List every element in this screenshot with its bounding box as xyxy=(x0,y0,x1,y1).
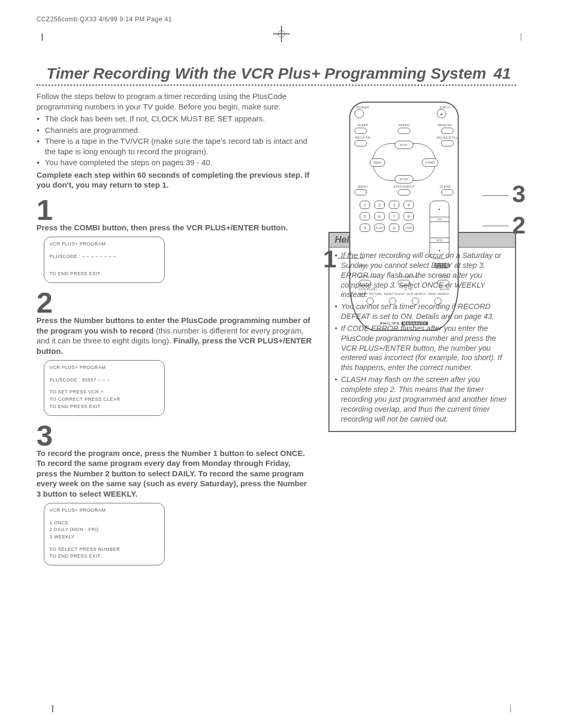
rec-button-icon xyxy=(354,140,367,146)
prereq-item: The clock has been set. If not, CLOCK MU… xyxy=(36,114,313,124)
hint-item: If the timer recording will occur on a S… xyxy=(335,251,510,300)
speed-button-icon xyxy=(398,128,410,134)
callout-line xyxy=(483,195,509,196)
num-0-button: 0 xyxy=(389,224,399,232)
plus100-button: +100 xyxy=(403,224,414,232)
intro-paragraph: Follow the steps below to program a time… xyxy=(36,91,313,112)
screen-line: PLUSCODE : 95557 – – – xyxy=(50,377,159,384)
page-title: Timer Recording With the VCR Plus+ Progr… xyxy=(46,65,486,82)
stop-button-icon: STOP xyxy=(395,175,413,183)
num-9-button: 9 xyxy=(360,224,370,232)
prereq-item: Channels are programmed. xyxy=(36,125,313,135)
tv-screen-display: VCR PLUS+ PROGRAM 1 ONCE 2 DAILY (MON - … xyxy=(44,503,165,565)
hint-item: You cannot set a timer recording if RECO… xyxy=(335,302,510,322)
remote-label: PAUSE/STILL xyxy=(437,136,454,139)
title-divider xyxy=(36,84,516,86)
helpful-hints-box: Helpful Hints If the timer recording wil… xyxy=(328,232,516,432)
callout-3: 3 xyxy=(512,180,525,208)
menu-button-icon xyxy=(354,189,367,195)
num-8-button: 8 xyxy=(403,212,414,220)
screen-line: TO END PRESS EXIT xyxy=(50,553,159,560)
play-ring: PLAY REW F.FWD STOP xyxy=(372,143,436,181)
remote-label: POWER xyxy=(354,106,371,109)
screen-line: TO SELECT PRESS NUMBER xyxy=(50,547,159,553)
page-number: 41 xyxy=(494,65,511,82)
intro-warning: Complete each step within 60 seconds of … xyxy=(36,170,313,190)
number-keypad: 1 2 3 4 5 6 7 8 9 A.CH 0 +100 xyxy=(360,201,417,232)
screen-line: PLUSCODE : – – – – – – – – xyxy=(50,254,159,260)
tv-screen-display: VCR PLUS+ PROGRAM PLUSCODE : – – – – – –… xyxy=(44,237,165,283)
num-3-button: 3 xyxy=(389,201,399,209)
remote-label: CLEAR xyxy=(437,185,454,188)
step-text: Press the Number buttons to enter the Pl… xyxy=(36,315,313,356)
screen-line: 1 ONCE xyxy=(50,520,159,526)
num-2-button: 2 xyxy=(374,201,385,209)
status-button-icon xyxy=(398,189,410,195)
screen-line: TO CORRECT PRESS CLEAR xyxy=(50,397,159,403)
num-1-button: 1 xyxy=(360,201,370,209)
num-4-button: 4 xyxy=(403,201,414,209)
ffwd-button-icon: F.FWD xyxy=(422,158,438,167)
screen-line: VCR PLUS+ PROGRAM xyxy=(50,241,159,248)
prereq-list: The clock has been set. If not, CLOCK MU… xyxy=(36,114,313,168)
num-6-button: 6 xyxy=(374,212,385,220)
remote-label: EJECT xyxy=(437,106,454,109)
ch-label: CH xyxy=(430,217,449,222)
remote-label: MEMORY xyxy=(437,124,454,127)
num-5-button: 5 xyxy=(360,212,370,220)
hint-item: If CODE ERROR flashes after you enter th… xyxy=(335,324,510,373)
remote-label: SLEEP xyxy=(354,124,371,127)
screen-line: VCR PLUS+ PROGRAM xyxy=(50,365,159,371)
hint-item: CLASH may flash on the screen after you … xyxy=(335,375,510,424)
pause-button-icon xyxy=(441,140,454,146)
play-button-icon: PLAY xyxy=(395,141,413,149)
remote-label: REC/OTR xyxy=(354,136,371,139)
step-number: 1 xyxy=(36,195,313,225)
step-number: 3 xyxy=(36,421,313,450)
eject-button-icon: ⏏ xyxy=(437,109,446,118)
ach-button: A.CH xyxy=(374,224,385,232)
step-text: To record the program once, press the Nu… xyxy=(36,448,313,499)
num-7-button: 7 xyxy=(389,212,399,220)
rew-button-icon: REW xyxy=(370,158,385,167)
memory-button-icon xyxy=(441,128,454,134)
screen-line: 2 DAILY (MON - FRI) xyxy=(50,527,159,533)
vol-label: VOL xyxy=(430,238,449,243)
sleep-button-icon xyxy=(354,128,367,134)
remote-label: MENU xyxy=(354,185,371,188)
tv-screen-display: VCR PLUS+ PROGRAM PLUSCODE : 95557 – – –… xyxy=(44,360,165,415)
step-bold: Press the COMBI button, then press the V… xyxy=(36,223,288,232)
crop-mark xyxy=(510,705,511,712)
screen-line: VCR PLUS+ PROGRAM xyxy=(50,508,159,514)
step-bold: To record the program once, press the Nu… xyxy=(36,449,307,498)
power-button-icon xyxy=(354,109,364,118)
step-number: 2 xyxy=(36,288,313,317)
screen-line: TO END PRESS EXIT xyxy=(50,271,159,277)
screen-line: TO SET PRESS VCR + xyxy=(50,389,159,396)
crop-mark xyxy=(52,705,53,712)
prereq-item: There is a tape in the TV/VCR (make sure… xyxy=(36,136,313,156)
remote-label: SPEED xyxy=(396,124,412,127)
step-text: Press the COMBI button, then press the V… xyxy=(36,223,313,233)
screen-line: TO END PRESS EXIT xyxy=(50,404,159,410)
crop-mark xyxy=(521,33,522,41)
clear-button-icon xyxy=(441,189,454,195)
callout-2: 2 xyxy=(512,211,525,239)
ch-up-icon: ▲ xyxy=(438,201,441,217)
remote-label: STATUS/EXIT xyxy=(391,185,417,188)
callout-line xyxy=(483,226,509,226)
screen-line: 3 WEEKLY xyxy=(50,534,159,540)
prereq-item: You have completed the steps on pages 39… xyxy=(36,157,313,168)
file-path-header: CCZ256comb.QX33 4/6/99 9:14 PM Page 41 xyxy=(36,16,516,23)
